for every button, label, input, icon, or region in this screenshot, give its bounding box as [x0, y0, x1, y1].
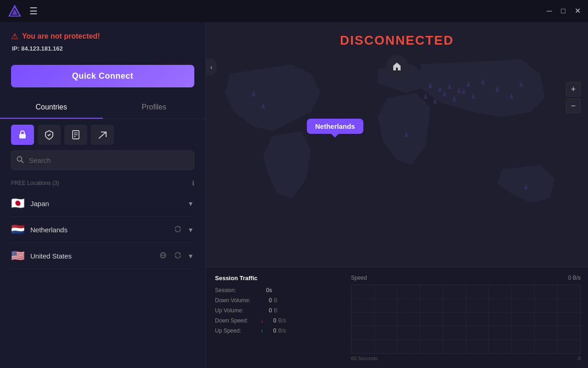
us-actions: ▾	[158, 250, 194, 262]
svg-marker-22	[424, 93, 427, 98]
tabs: Countries Profiles	[0, 97, 205, 119]
up-volume-value: 0	[261, 307, 272, 314]
down-speed-unit: B/s	[278, 317, 286, 324]
filter-shield-button[interactable]	[38, 125, 61, 145]
netherlands-expand-icon[interactable]: ▾	[187, 224, 194, 236]
speed-title: Speed	[351, 275, 367, 281]
down-speed-value: 0	[266, 317, 277, 324]
minimize-button[interactable]: ─	[547, 7, 552, 15]
japan-expand-icon[interactable]: ▾	[187, 197, 194, 210]
zoom-in-button[interactable]: +	[566, 82, 581, 97]
down-volume-label: Down Volume:	[215, 297, 261, 304]
not-protected-text: You are not protected!	[22, 32, 100, 40]
ip-label: IP:	[12, 45, 20, 52]
session-traffic-title: Session Traffic	[215, 275, 334, 282]
not-protected-banner: ⚠ You are not protected!	[11, 31, 194, 41]
session-label: Session:	[215, 287, 261, 293]
titlebar-controls: ─ □ ✕	[547, 7, 581, 15]
zoom-out-button[interactable]: −	[566, 98, 581, 113]
session-value: 0s	[261, 287, 272, 293]
right-panel: ‹ DISCONNECTED + −	[206, 22, 588, 368]
collapse-panel-button[interactable]: ‹	[206, 59, 217, 75]
lock-icon	[17, 130, 28, 140]
svg-rect-3	[19, 134, 26, 138]
search-icon	[17, 156, 24, 165]
free-locations-label: FREE Locations (3)	[11, 180, 59, 186]
countries-list: 🇯🇵 Japan ▾ 🇳🇱 Netherlands	[0, 190, 205, 368]
app-logo	[7, 4, 22, 18]
ip-value: 84.123.181.162	[21, 45, 62, 52]
filter-share-button[interactable]	[91, 125, 114, 145]
titlebar: ☰ ─ □ ✕	[0, 0, 588, 22]
stats-panel: Session Traffic Session: 0s Down Volume:…	[206, 267, 588, 368]
share-icon	[97, 130, 107, 140]
tab-profiles[interactable]: Profiles	[103, 97, 206, 119]
status-section: ⚠ You are not protected! IP: 84.123.181.…	[0, 22, 205, 59]
zoom-controls: + −	[566, 82, 581, 113]
alert-icon: ⚠	[11, 31, 18, 41]
list-item[interactable]: 🇳🇱 Netherlands ▾	[11, 217, 194, 243]
netherlands-reconnect-icon[interactable]	[172, 224, 183, 236]
session-traffic: Session Traffic Session: 0s Down Volume:…	[206, 267, 344, 368]
svg-point-9	[17, 156, 22, 161]
down-volume-value: 0	[261, 297, 272, 304]
search-container	[11, 150, 194, 170]
filter-file-button[interactable]	[64, 125, 87, 145]
speed-chart: Speed 0 B/s	[344, 267, 588, 368]
home-button[interactable]	[386, 55, 408, 77]
list-item[interactable]: 🇯🇵 Japan ▾	[11, 190, 194, 217]
netherlands-actions: ▾	[172, 224, 194, 236]
disconnected-status: DISCONNECTED	[340, 33, 454, 48]
up-volume-label: Up Volume:	[215, 307, 261, 314]
down-volume-row: Down Volume: 0 B	[215, 297, 334, 304]
netherlands-tooltip: Netherlands	[307, 119, 363, 134]
chart-footer: 60 Seconds 0	[351, 356, 581, 361]
up-volume-unit: B	[274, 307, 277, 314]
japan-actions: ▾	[187, 197, 194, 210]
quick-connect-button[interactable]: Quick Connect	[11, 65, 194, 87]
filter-all-button[interactable]	[11, 125, 34, 145]
us-name: United States	[30, 252, 158, 260]
file-icon	[71, 130, 81, 140]
speed-current-value: 0 B/s	[568, 275, 581, 281]
up-arrow-icon: ↑	[261, 328, 264, 334]
locations-header: FREE Locations (3) ℹ	[0, 176, 205, 190]
down-arrow-icon: ↓	[261, 318, 264, 323]
up-volume-row: Up Volume: 0 B	[215, 307, 334, 314]
home-icon	[392, 61, 402, 71]
maximize-button[interactable]: □	[561, 7, 565, 15]
info-icon[interactable]: ℹ	[192, 179, 194, 187]
down-volume-unit: B	[274, 297, 277, 304]
hamburger-icon[interactable]: ☰	[29, 6, 38, 17]
filter-icons	[0, 125, 205, 150]
us-expand-icon[interactable]: ▾	[187, 250, 194, 262]
svg-line-8	[99, 132, 106, 138]
netherlands-flag: 🇳🇱	[11, 223, 25, 236]
chart-time-label: 60 Seconds	[351, 356, 378, 361]
list-item[interactable]: 🇺🇸 United States	[11, 243, 194, 269]
chart-time-value: 0	[578, 356, 581, 361]
ip-display: IP: 84.123.181.162	[11, 45, 194, 52]
close-button[interactable]: ✕	[575, 7, 581, 15]
search-input[interactable]	[11, 150, 194, 170]
session-row: Session: 0s	[215, 287, 334, 293]
down-speed-row: Down Speed: ↓ 0 B/s	[215, 317, 334, 324]
chart-area	[351, 285, 581, 354]
japan-name: Japan	[30, 200, 187, 207]
down-speed-label: Down Speed:	[215, 317, 261, 324]
speed-header: Speed 0 B/s	[351, 275, 581, 281]
japan-flag: 🇯🇵	[11, 197, 25, 210]
us-flag: 🇺🇸	[11, 249, 25, 262]
svg-line-10	[22, 161, 24, 163]
up-speed-label: Up Speed:	[215, 328, 261, 334]
left-panel: ⚠ You are not protected! IP: 84.123.181.…	[0, 22, 206, 368]
tab-countries[interactable]: Countries	[0, 97, 103, 119]
titlebar-left: ☰	[7, 4, 38, 18]
up-speed-row: Up Speed: ↑ 0 B/s	[215, 328, 334, 334]
main-content: ⚠ You are not protected! IP: 84.123.181.…	[0, 22, 588, 368]
up-speed-unit: B/s	[278, 328, 286, 334]
us-extra-icon[interactable]	[158, 250, 169, 262]
netherlands-name: Netherlands	[30, 226, 172, 234]
up-speed-value: 0	[266, 328, 277, 334]
us-reconnect-icon[interactable]	[172, 250, 183, 262]
